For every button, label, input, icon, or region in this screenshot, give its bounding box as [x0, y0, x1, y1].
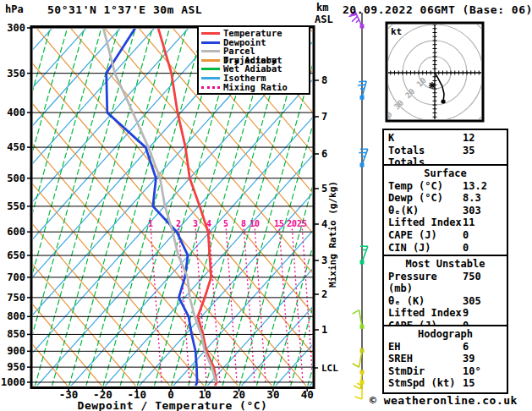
row-label: Pressure (mb)	[388, 271, 463, 295]
row-label: Lifted Index	[388, 216, 463, 229]
wind-level-marker	[360, 163, 365, 167]
row-value: 12	[463, 132, 507, 145]
altitude-unit-asl-label: ASL	[315, 14, 333, 25]
most-unstable-table: Most Unstable Pressure (mb)750θₑ (K)305L…	[382, 255, 508, 326]
row-label: CAPE (J)	[388, 229, 463, 242]
table-row: θₑ (K)305	[388, 295, 507, 308]
legend-label: Temperature	[223, 29, 282, 38]
row-value: 6	[463, 341, 507, 353]
hodograph-trace-end-dot	[441, 99, 445, 103]
row-label: Temp (°C)	[388, 180, 463, 193]
legend-swatch-mixing-ratio	[201, 86, 220, 89]
mixing-ratio-label: 10	[250, 219, 260, 228]
row-label: StmSpd (kt)	[388, 377, 463, 390]
hodograph-inner: 10203040	[370, 8, 499, 137]
table-row: CAPE (J)0	[388, 229, 507, 242]
wind-level-marker	[360, 370, 365, 374]
km-tick-label: 7	[321, 111, 327, 123]
wind-barb	[355, 380, 365, 399]
row-value: 15	[463, 377, 507, 390]
wind-level-marker	[360, 25, 365, 29]
row-value: 13.2	[463, 180, 507, 193]
pressure-tick-label: 750	[7, 292, 25, 304]
most-unstable-table-title: Most Unstable	[388, 258, 507, 271]
row-label: EH	[388, 341, 463, 353]
row-value: 0	[463, 229, 507, 242]
mixing-ratio-label: 1	[148, 219, 153, 228]
row-value: 9	[463, 307, 507, 320]
row-value: 11	[463, 216, 507, 229]
row-value: 39	[463, 353, 507, 365]
km-tick-label: 2	[321, 288, 327, 300]
legend-swatch-temperature	[201, 32, 220, 35]
temp-tick-label: 30	[266, 388, 279, 401]
table-row: SREH39	[388, 353, 507, 365]
row-value: 750	[463, 271, 507, 295]
legend-item: Temperature	[201, 29, 309, 38]
table-row: θₑ(K)303	[388, 205, 507, 217]
altitude-unit-km-label: km	[316, 2, 328, 14]
km-tick-label: 1	[321, 324, 327, 336]
temp-tick-label: 40	[301, 388, 314, 401]
legend-swatch-dry-adiabat	[201, 59, 220, 62]
pressure-tick-label: 450	[7, 141, 25, 153]
surface-rows: Temp (°C)13.2Dewp (°C)8.3θₑ(K)303Lifted …	[388, 180, 507, 255]
mixing-ratio-line	[302, 225, 313, 382]
legend-label: Mixing Ratio	[223, 83, 288, 92]
row-label: SREH	[388, 353, 463, 365]
mixing-ratio-label: 2	[176, 219, 181, 228]
row-label: StmDir	[388, 365, 463, 378]
row-label: Lifted Index	[388, 307, 463, 320]
wind-barb	[359, 149, 368, 167]
table-row: StmSpd (kt)15	[388, 377, 507, 390]
chart-legend: TemperatureDewpointParcel TrajectoryDry …	[197, 25, 310, 95]
row-label: CIN (J)	[388, 242, 463, 255]
pressure-tick-label: 350	[7, 68, 25, 79]
row-value: 8.3	[463, 192, 507, 205]
hodograph-table-title: Hodograph	[388, 328, 507, 341]
isotherm-line	[0, 28, 189, 386]
wind-level-marker	[360, 325, 365, 329]
x-axis-label: Dewpoint / Temperature (°C)	[78, 399, 268, 411]
table-row: Lifted Index9	[388, 307, 507, 320]
mixing-ratio-label: 8	[241, 219, 246, 228]
wet-adiabat-line	[18, 28, 118, 386]
table-row: K12	[388, 132, 507, 145]
table-row: StmDir10°	[388, 365, 507, 378]
temp-tick-label: -30	[59, 388, 79, 401]
legend-swatch-isotherm	[201, 77, 220, 79]
wind-level-marker	[360, 380, 365, 384]
surface-table-title: Surface	[388, 167, 507, 180]
table-row: CIN (J)0	[388, 242, 507, 255]
km-tick-label: 8	[321, 74, 327, 86]
row-label: Dewp (°C)	[388, 192, 463, 205]
row-value: 0	[463, 242, 507, 255]
pressure-tick-label: 900	[7, 345, 25, 357]
indices-table: K12Totals Totals35PW (cm)1.93	[382, 129, 508, 166]
legend-item: Isotherm	[201, 74, 309, 83]
km-tick-label: 6	[321, 148, 327, 160]
mixing-ratio-label: 5	[223, 219, 228, 228]
pressure-tick-label: 400	[7, 107, 25, 118]
altitude-axis: 87654321LCLMixing Ratio (g/kg)	[313, 74, 338, 374]
table-row: Lifted Index11	[388, 216, 507, 229]
hodograph: 10203040kt	[370, 8, 499, 137]
legend-swatch-parcel-trajectory	[201, 50, 220, 52]
wind-barb-column	[349, 11, 368, 399]
legend-swatch-dewpoint	[201, 41, 220, 44]
pressure-tick-label: 950	[7, 361, 25, 373]
table-row: EH6	[388, 341, 507, 353]
hodograph-table: Hodograph EH6SREH39StmDir10°StmSpd (kt)1…	[382, 325, 508, 394]
row-value: 303	[463, 205, 507, 217]
datetime-title: 20.09.2022 06GMT (Base: 06)	[343, 3, 532, 16]
pressure-tick-label: 500	[7, 173, 25, 184]
row-label: θₑ(K)	[388, 205, 463, 217]
hodograph-rows: EH6SREH39StmDir10°StmSpd (kt)15	[388, 341, 507, 390]
table-row: Pressure (mb)750	[388, 271, 507, 295]
mixing-ratio-label: 25	[297, 219, 307, 228]
pressure-tick-label: 600	[7, 226, 25, 238]
pressure-tick-label: 850	[7, 328, 25, 340]
pressure-tick-label: 650	[7, 249, 25, 261]
mixing-ratio-label: 3	[193, 219, 198, 228]
mixing-axis-label: Mixing Ratio (g/kg)	[327, 181, 338, 288]
